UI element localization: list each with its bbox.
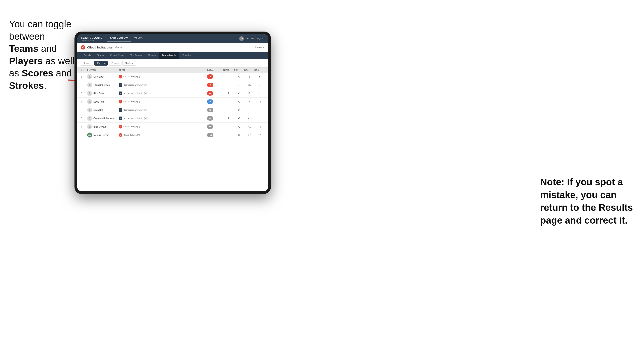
tournament-title: C Clippd Invitational (Men) — [81, 45, 122, 50]
svg-point-4 — [89, 101, 90, 102]
row-num: 5 — [81, 109, 87, 111]
row-num: 1 — [81, 75, 87, 78]
tab-printables[interactable]: Printables — [179, 52, 196, 59]
thru: F — [223, 109, 234, 111]
total-score: E — [207, 99, 213, 104]
thru: F — [223, 75, 234, 78]
row-num: 4 — [81, 101, 87, 103]
player-avatar — [87, 91, 92, 96]
team-logo: C — [119, 75, 122, 78]
tab-results[interactable]: Results — [145, 52, 159, 59]
sub-tabs: Teams Players Scores Strokes — [77, 59, 268, 68]
nav-link-tournaments[interactable]: TOURNAMENTS — [107, 36, 131, 41]
rd3: +6 — [254, 126, 264, 128]
rd2: -6 — [244, 75, 254, 78]
tab-tee-groups[interactable]: Tee Groups — [127, 52, 145, 59]
total-score: +1 — [207, 108, 213, 112]
team-logo: SU — [119, 83, 122, 87]
team-logo: SU — [119, 117, 122, 120]
tab-details[interactable]: Details — [81, 52, 94, 59]
nav-link-teams[interactable]: TEAMS — [132, 36, 145, 41]
rd1: +3 — [234, 75, 244, 78]
svg-point-3 — [89, 92, 90, 93]
player-cell: Rich Butler — [87, 91, 119, 96]
player-name: David Ford — [94, 101, 104, 103]
total-score: -8 — [207, 74, 213, 79]
col-thru: THRU — [223, 69, 234, 71]
rd3: -4 — [254, 84, 264, 86]
tab-leaderboards[interactable]: Leaderboards — [159, 52, 179, 59]
team-name: Scoreboard University [A] — [124, 109, 146, 111]
rd2: +1 — [244, 126, 254, 128]
player-cell: Elliot Ebert — [87, 74, 119, 79]
tab-course-setup[interactable]: Course Setup — [107, 52, 127, 59]
player-name: Blair McHarg — [94, 126, 106, 128]
rd2: -4 — [244, 101, 254, 103]
scoreboard-logo: SCOREBOARD Powered by clippd — [81, 36, 103, 41]
thru: F — [223, 92, 234, 95]
rd3: -1 — [254, 117, 264, 120]
team-name: Scoreboard University [A] — [124, 92, 146, 94]
row-num: 3 — [81, 92, 87, 95]
team-logo: C — [119, 125, 122, 129]
tab-teams[interactable]: Teams — [94, 52, 107, 59]
team-name: Clippd College [A] — [124, 101, 140, 103]
table-header: # PLAYER TEAM TOTAL THRU RD1 RD2 RD3 — [77, 68, 268, 73]
team-cell: SU Scoreboard University [A] — [119, 117, 207, 120]
nav-links: TOURNAMENTS TEAMS — [107, 36, 239, 41]
right-annotation: Note: If you spot a mistake, you can ret… — [540, 176, 635, 227]
player-name: Marcus Turners — [94, 134, 109, 136]
player-name: Rich Butler — [94, 92, 104, 95]
table-row: 8 MT Marcus Turners C Clippd College [A]… — [77, 131, 268, 139]
table-row: 7 Blair McHarg C Clippd College [A] +8 F… — [77, 123, 268, 131]
tab-nav: Details Teams Course Setup Tee Groups Re… — [77, 52, 268, 59]
table-row: 2 Chris Robertson SU Scoreboard Universi… — [77, 81, 268, 89]
rd1: +2 — [234, 126, 244, 128]
sub-tab-scores[interactable]: Scores — [108, 61, 122, 66]
team-name: Scoreboard University [A] — [124, 84, 146, 86]
col-team: TEAM — [119, 69, 207, 71]
col-num: # — [81, 69, 87, 71]
svg-point-6 — [89, 117, 90, 118]
col-rd2: RD2 — [244, 69, 254, 71]
sub-tab-strokes[interactable]: Strokes — [122, 61, 136, 66]
svg-point-1 — [89, 75, 90, 77]
team-logo: SU — [119, 92, 122, 95]
player-avatar — [87, 124, 92, 129]
thru: F — [223, 117, 234, 120]
sub-tab-teams[interactable]: Teams — [81, 61, 93, 66]
team-name: Clippd College [A] — [124, 75, 140, 78]
player-avatar — [87, 116, 92, 121]
team-cell: SU Scoreboard University [A] — [119, 108, 207, 112]
rd1: +1 — [234, 101, 244, 103]
total-score: -4 — [207, 83, 213, 87]
player-cell: MT Marcus Turners — [87, 133, 119, 138]
team-cell: C Clippd College [A] — [119, 75, 207, 78]
sub-tab-players[interactable]: Players — [94, 61, 108, 66]
top-nav: SCOREBOARD Powered by clippd TOURNAMENTS… — [77, 34, 268, 43]
tablet-screen: SCOREBOARD Powered by clippd TOURNAMENTS… — [77, 34, 268, 191]
rd3: E — [254, 109, 264, 111]
sign-out-link[interactable]: Sign out — [257, 37, 264, 40]
rd1: +5 — [234, 117, 244, 120]
thru: F — [223, 126, 234, 128]
player-cell: David Ford — [87, 99, 119, 104]
table-row: 4 David Ford C Clippd College [A] E F +1… — [77, 98, 268, 106]
table-row: 5 Rees Britt SU Scoreboard University [A… — [77, 106, 268, 114]
total-score: +6 — [207, 116, 213, 121]
col-total: TOTAL — [207, 69, 223, 71]
table-row: 6 Cameron Robertson SU Scoreboard Univer… — [77, 114, 268, 123]
total-score: +11 — [207, 133, 213, 137]
team-cell: SU Scoreboard University [A] — [119, 92, 207, 95]
team-cell: SU Scoreboard University [A] — [119, 83, 207, 87]
logo-subtitle: Powered by clippd — [81, 39, 103, 41]
player-avatar — [87, 74, 92, 79]
rd1: +1 — [234, 109, 244, 111]
rd1: +1 — [234, 92, 244, 95]
team-cell: C Clippd College [A] — [119, 100, 207, 103]
tournament-header: C Clippd Invitational (Men) Cancel ✕ — [77, 43, 268, 52]
cancel-button[interactable]: Cancel ✕ — [255, 46, 264, 49]
user-label: Test User | — [246, 37, 255, 40]
row-num: 6 — [81, 117, 87, 120]
col-rd3: RD3 — [254, 69, 264, 71]
